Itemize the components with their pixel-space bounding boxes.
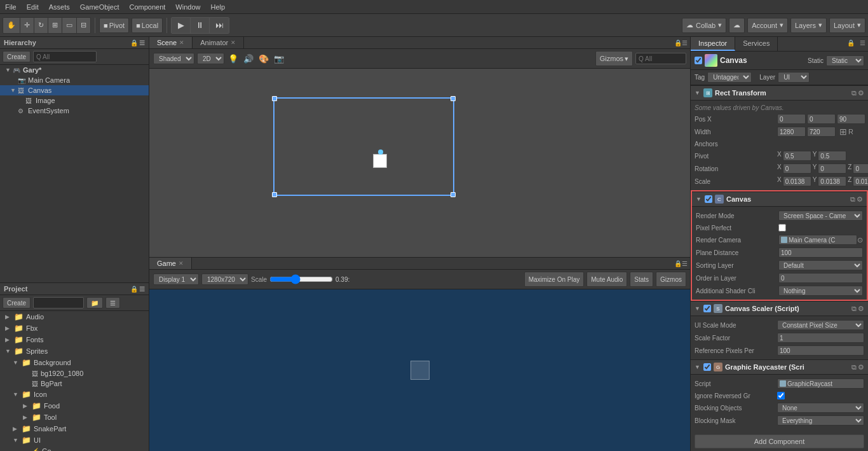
folder-snakepart[interactable]: ▶ 📁 SnakePart bbox=[0, 423, 149, 434]
rendercamera-select-icon[interactable]: ⊙ bbox=[857, 236, 863, 244]
pivotY-input[interactable] bbox=[818, 151, 846, 161]
game-menu-icon[interactable]: ☰ bbox=[682, 260, 688, 267]
sortinglayer-dropdown[interactable]: Default bbox=[778, 260, 863, 270]
rotZ-input[interactable] bbox=[853, 163, 868, 174]
tab-animator[interactable]: Animator ✕ bbox=[193, 37, 244, 48]
folder-background[interactable]: ▼ 📁 Background bbox=[0, 357, 149, 368]
hierarchy-item-eventsystem[interactable]: ⚙ EventSystem bbox=[0, 106, 149, 116]
scene-audio-button[interactable]: 🔊 bbox=[242, 54, 255, 64]
orderinlayer-input[interactable] bbox=[778, 273, 863, 283]
menu-help[interactable]: Help bbox=[205, 2, 230, 12]
folder-audio[interactable]: ▶ 📁 Audio bbox=[0, 311, 149, 323]
pivot-button[interactable]: ■ Pivot bbox=[99, 18, 129, 33]
add-component-button[interactable]: Add Component bbox=[695, 434, 864, 448]
hand-tool[interactable]: ✋ bbox=[3, 18, 20, 33]
rendercamera-ref[interactable]: Main Camera (C bbox=[778, 235, 857, 245]
play-button[interactable]: ▶ bbox=[172, 18, 191, 33]
handle-br[interactable] bbox=[451, 192, 456, 197]
inspector-lock-icon[interactable]: 🔒 bbox=[844, 37, 857, 51]
rect-transform-settings-icon[interactable]: ⚙ bbox=[858, 89, 864, 97]
shading-dropdown[interactable]: Shaded bbox=[153, 53, 194, 64]
canvas-component-checkbox[interactable] bbox=[705, 195, 712, 203]
collab-button[interactable]: ☁ Collab ▾ bbox=[682, 18, 726, 33]
folder-fonts[interactable]: ▶ 📁 Fonts bbox=[0, 334, 149, 345]
canvas-inspector-name[interactable]: Canvas bbox=[720, 56, 805, 65]
reset-rect-icon[interactable]: R bbox=[848, 127, 853, 137]
rendermode-dropdown[interactable]: Screen Space - Came bbox=[778, 211, 863, 221]
scaleY-input[interactable] bbox=[818, 176, 846, 186]
menu-edit[interactable]: Edit bbox=[22, 2, 44, 12]
folder-tool[interactable]: ▶ 📁 Tool bbox=[0, 412, 149, 423]
project-search-input[interactable] bbox=[33, 297, 84, 309]
width-input[interactable] bbox=[777, 127, 806, 137]
canvas-scaler-settings-icon[interactable]: ⚙ bbox=[858, 305, 864, 313]
hierarchy-search-input[interactable] bbox=[33, 51, 97, 62]
uiscalemode-dropdown[interactable]: Constant Pixel Size bbox=[777, 320, 864, 330]
pixelperfect-checkbox[interactable] bbox=[778, 224, 786, 232]
local-button[interactable]: ■ Local bbox=[132, 18, 163, 33]
scene-view[interactable] bbox=[149, 69, 690, 257]
posZ-input[interactable] bbox=[837, 114, 865, 124]
project-lock-icon[interactable]: 🔒 bbox=[130, 286, 138, 293]
game-lock-icon[interactable]: 🔒 bbox=[674, 260, 682, 267]
blockingobjects-dropdown[interactable]: None bbox=[777, 403, 864, 413]
mute-audio-button[interactable]: Mute Audio bbox=[587, 272, 627, 287]
tab-game[interactable]: Game ✕ bbox=[149, 258, 192, 269]
canvas-scaler-checkbox[interactable] bbox=[703, 305, 711, 312]
planedistance-input[interactable] bbox=[778, 247, 863, 258]
folder-sprites[interactable]: ▼ 📁 Sprites bbox=[0, 345, 149, 357]
folder-food[interactable]: ▶ 📁 Food bbox=[0, 400, 149, 412]
scene-camera-button[interactable]: 📷 bbox=[273, 54, 285, 64]
animator-tab-close[interactable]: ✕ bbox=[231, 39, 236, 46]
tag-dropdown[interactable]: Untagged bbox=[707, 72, 752, 83]
rect-tool[interactable]: ▭ bbox=[62, 18, 77, 33]
hierarchy-item-canvas[interactable]: ▼ 🖼 Canvas bbox=[0, 85, 149, 95]
hierarchy-menu-icon[interactable]: ☰ bbox=[139, 39, 145, 46]
blockingmask-dropdown[interactable]: Everything bbox=[777, 415, 864, 426]
menu-file[interactable]: File bbox=[0, 2, 22, 12]
layout-button[interactable]: Layout ▾ bbox=[829, 18, 865, 33]
menu-component[interactable]: Component bbox=[124, 2, 170, 12]
scene-light-button[interactable]: 💡 bbox=[227, 54, 240, 64]
scale-slider[interactable] bbox=[269, 274, 333, 284]
gizmos-button[interactable]: Gizmos ▾ bbox=[595, 51, 633, 66]
layers-button[interactable]: Layers ▾ bbox=[790, 18, 827, 33]
static-dropdown[interactable]: Static bbox=[826, 55, 864, 66]
mode-dropdown[interactable]: 2D bbox=[197, 53, 224, 64]
project-create-button[interactable]: Create bbox=[3, 297, 31, 309]
folder-icon[interactable]: ▼ 📁 Icon bbox=[0, 389, 149, 400]
referencepixels-input[interactable] bbox=[777, 345, 864, 356]
move-tool[interactable]: ✛ bbox=[20, 18, 34, 33]
menu-assets[interactable]: Assets bbox=[44, 2, 75, 12]
cloud-button[interactable]: ☁ bbox=[729, 18, 745, 33]
tab-inspector[interactable]: Inspector bbox=[691, 37, 735, 51]
project-menu-icon[interactable]: ☰ bbox=[139, 286, 145, 293]
display-dropdown[interactable]: Display 1 bbox=[153, 274, 199, 285]
scaleZ-input[interactable] bbox=[853, 176, 868, 186]
project-folder-button[interactable]: 📁 bbox=[86, 297, 103, 309]
ignorereversed-checkbox[interactable] bbox=[777, 392, 785, 399]
hierarchy-item-image[interactable]: 🖼 Image bbox=[0, 95, 149, 106]
file-go[interactable]: ⚡ Go bbox=[0, 446, 149, 451]
stats-button[interactable]: Stats bbox=[630, 272, 653, 287]
tab-services[interactable]: Services bbox=[735, 37, 778, 51]
rect-transform-copy-icon[interactable]: ⧉ bbox=[851, 89, 857, 97]
hierarchy-create-button[interactable]: Create bbox=[3, 51, 31, 62]
game-tab-close[interactable]: ✕ bbox=[179, 260, 184, 267]
graphic-raycaster-copy-icon[interactable]: ⧉ bbox=[851, 363, 857, 371]
canvas-scaler-copy-icon[interactable]: ⧉ bbox=[851, 305, 857, 313]
posX-input[interactable] bbox=[777, 114, 806, 124]
canvas-component-header[interactable]: ▼ C Canvas ⧉ ⚙ bbox=[692, 191, 867, 207]
step-button[interactable]: ⏭ bbox=[210, 18, 229, 33]
transform-tool[interactable]: ⊟ bbox=[77, 18, 90, 33]
file-bgpart[interactable]: 🖼 BgPart bbox=[0, 378, 149, 389]
scaleX-input[interactable] bbox=[783, 176, 811, 186]
canvas-settings-icon[interactable]: ⚙ bbox=[857, 195, 863, 204]
handle-tl[interactable] bbox=[272, 96, 277, 101]
canvas-active-checkbox[interactable] bbox=[695, 57, 702, 64]
hierarchy-item-gary[interactable]: ▼ 🎮 Gary* bbox=[0, 65, 149, 75]
rect-transform-header[interactable]: ▼ ⊞ Rect Transform ⧉ ⚙ bbox=[691, 85, 868, 101]
inspector-menu-icon[interactable]: ☰ bbox=[857, 37, 868, 51]
canvas-scaler-header[interactable]: ▼ S Canvas Scaler (Script) ⧉ ⚙ bbox=[691, 301, 868, 316]
graphic-raycaster-settings-icon[interactable]: ⚙ bbox=[858, 363, 864, 371]
